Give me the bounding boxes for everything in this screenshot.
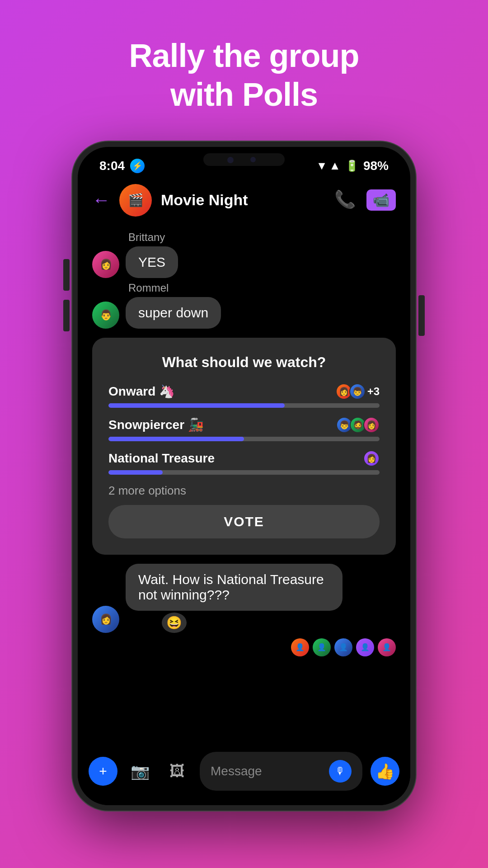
- poll-bar-fill-snowpiercer: [108, 437, 244, 441]
- messenger-notification-icon: ⚡: [130, 159, 145, 173]
- message-row-brittany: 👩 YES: [92, 246, 396, 278]
- status-left: 8:04 ⚡: [99, 159, 145, 173]
- voter-avatar: 👦: [349, 383, 366, 400]
- seen-avatar: 👤: [378, 638, 396, 656]
- poll-bar-fill-national-treasure: [108, 470, 163, 475]
- power-button: [418, 295, 425, 336]
- back-button[interactable]: ←: [92, 190, 110, 210]
- poll-voters-onward: 👩 👦 +3: [338, 383, 380, 400]
- message-row-rommel: 👨 super down: [92, 297, 396, 329]
- message-input[interactable]: Message 🎙: [200, 752, 362, 791]
- voter-avatar: 👩: [363, 417, 380, 433]
- seen-row: 👤 👤 👤 👤 👤: [92, 638, 396, 656]
- like-button[interactable]: 👍: [371, 757, 399, 786]
- poll-voters-national-treasure: 👩: [366, 450, 380, 467]
- hero-line1: Rally the group: [129, 38, 359, 74]
- plus-button[interactable]: +: [89, 757, 117, 786]
- seen-avatar: 👤: [334, 638, 352, 656]
- seen-avatar: 👤: [356, 638, 374, 656]
- front-sensor: [250, 157, 256, 162]
- input-bar: + 📷 🖼 Message 🎙 👍: [78, 745, 410, 805]
- battery-percentage: 98%: [363, 159, 389, 173]
- group-avatar: 🎬: [119, 184, 152, 217]
- header-actions: 📞 📹: [334, 189, 396, 211]
- volume-up-button: [63, 259, 70, 291]
- message-bubble-national-treasure: Wait. How is National Treasure not winni…: [126, 564, 343, 611]
- seen-avatar: 👤: [313, 638, 331, 656]
- voter-count-onward: +3: [367, 385, 380, 398]
- camera-button[interactable]: 📷: [126, 757, 155, 786]
- group-name: Movie Night: [161, 191, 325, 209]
- poll-voters-snowpiercer: 👦 🧔 👩: [339, 417, 380, 433]
- avatar-brittany: 👩: [92, 251, 119, 278]
- poll-option-onward[interactable]: Onward 🦄 👩 👦 +3: [108, 383, 380, 408]
- poll-bar-track-national-treasure: [108, 470, 380, 475]
- poll-title: What should we watch?: [108, 354, 380, 371]
- status-right: ▾ ▲ 🔋 98%: [319, 159, 389, 173]
- sender-name-brittany: Brittany: [128, 231, 396, 244]
- signal-icon: ▲: [329, 159, 341, 173]
- message-bubble-yes: YES: [126, 246, 178, 278]
- poll-option-label-national-treasure: National Treasure: [108, 451, 215, 466]
- wifi-icon: ▾: [319, 159, 324, 173]
- voter-avatar: 👩: [363, 450, 380, 467]
- messages-area: Brittany 👩 YES Rommel 👨 super down: [78, 224, 410, 745]
- notch: [203, 153, 285, 166]
- phone-mockup: 8:04 ⚡ ▾ ▲ 🔋 98% ← 🎬 Movie Night 📞 📹: [72, 142, 416, 811]
- more-options: 2 more options: [108, 484, 380, 498]
- call-button[interactable]: 📞: [334, 189, 356, 211]
- poll-option-label-onward: Onward 🦄: [108, 384, 175, 399]
- hero-title: Rally the group with Polls: [129, 36, 359, 114]
- poll-bar-fill-onward: [108, 403, 285, 408]
- sender-name-rommel: Rommel: [128, 282, 396, 294]
- mic-button[interactable]: 🎙: [329, 760, 352, 783]
- image-button[interactable]: 🖼: [163, 757, 192, 786]
- message-bubble-superdown: super down: [126, 297, 221, 329]
- poll-card: What should we watch? Onward 🦄 👩 👦 +3: [92, 338, 396, 555]
- message-row-last: 👩 Wait. How is National Treasure not win…: [92, 564, 396, 633]
- poll-option-national-treasure[interactable]: National Treasure 👩: [108, 450, 380, 475]
- screen: 8:04 ⚡ ▾ ▲ 🔋 98% ← 🎬 Movie Night 📞 📹: [78, 147, 410, 805]
- poll-option-snowpiercer[interactable]: Snowpiercer 🚂 👦 🧔 👩: [108, 417, 380, 441]
- avatar-last: 👩: [92, 606, 119, 633]
- avatar-rommel: 👨: [92, 302, 119, 329]
- battery-icon: 🔋: [345, 160, 359, 172]
- message-placeholder: Message: [211, 764, 262, 778]
- poll-bar-track-snowpiercer: [108, 437, 380, 441]
- hero-line2: with Polls: [170, 76, 318, 113]
- poll-option-label-snowpiercer: Snowpiercer 🚂: [108, 417, 204, 432]
- message-group-brittany: Brittany 👩 YES: [92, 231, 396, 278]
- front-camera: [227, 157, 234, 163]
- volume-down-button: [63, 300, 70, 331]
- reaction-emoji: 😆: [162, 613, 187, 633]
- poll-bar-track-onward: [108, 403, 380, 408]
- chat-header: ← 🎬 Movie Night 📞 📹: [78, 177, 410, 224]
- seen-avatar: 👤: [291, 638, 309, 656]
- video-call-button[interactable]: 📹: [366, 189, 396, 211]
- time: 8:04: [99, 159, 125, 173]
- message-group-rommel: Rommel 👨 super down: [92, 282, 396, 329]
- vote-button[interactable]: VOTE: [108, 505, 380, 538]
- phone-frame: 8:04 ⚡ ▾ ▲ 🔋 98% ← 🎬 Movie Night 📞 📹: [72, 142, 416, 811]
